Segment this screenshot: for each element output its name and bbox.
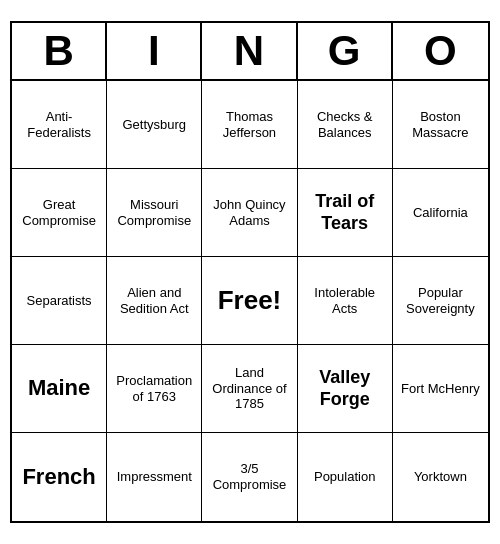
bingo-cell-22: 3/5 Compromise	[202, 433, 297, 521]
bingo-cell-17: Land Ordinance of 1785	[202, 345, 297, 433]
bingo-cell-18: Valley Forge	[298, 345, 393, 433]
bingo-cell-6: Missouri Compromise	[107, 169, 202, 257]
bingo-cell-23: Population	[298, 433, 393, 521]
bingo-header: BINGO	[12, 23, 488, 81]
header-letter-O: O	[393, 23, 488, 79]
header-letter-N: N	[202, 23, 297, 79]
bingo-cell-16: Proclamation of 1763	[107, 345, 202, 433]
bingo-cell-24: Yorktown	[393, 433, 488, 521]
bingo-cell-3: Checks & Balances	[298, 81, 393, 169]
bingo-cell-11: Alien and Sedition Act	[107, 257, 202, 345]
header-letter-B: B	[12, 23, 107, 79]
bingo-cell-2: Thomas Jefferson	[202, 81, 297, 169]
bingo-cell-8: Trail of Tears	[298, 169, 393, 257]
header-letter-G: G	[298, 23, 393, 79]
bingo-cell-1: Gettysburg	[107, 81, 202, 169]
bingo-cell-14: Popular Sovereignty	[393, 257, 488, 345]
bingo-cell-15: Maine	[12, 345, 107, 433]
bingo-cell-21: Impressment	[107, 433, 202, 521]
bingo-cell-4: Boston Massacre	[393, 81, 488, 169]
bingo-cell-7: John Quincy Adams	[202, 169, 297, 257]
bingo-cell-9: California	[393, 169, 488, 257]
bingo-cell-20: French	[12, 433, 107, 521]
bingo-cell-0: Anti-Federalists	[12, 81, 107, 169]
bingo-cell-19: Fort McHenry	[393, 345, 488, 433]
bingo-cell-10: Separatists	[12, 257, 107, 345]
bingo-cell-13: Intolerable Acts	[298, 257, 393, 345]
bingo-grid: Anti-FederalistsGettysburgThomas Jeffers…	[12, 81, 488, 521]
bingo-cell-5: Great Compromise	[12, 169, 107, 257]
header-letter-I: I	[107, 23, 202, 79]
bingo-cell-12: Free!	[202, 257, 297, 345]
bingo-card: BINGO Anti-FederalistsGettysburgThomas J…	[10, 21, 490, 523]
